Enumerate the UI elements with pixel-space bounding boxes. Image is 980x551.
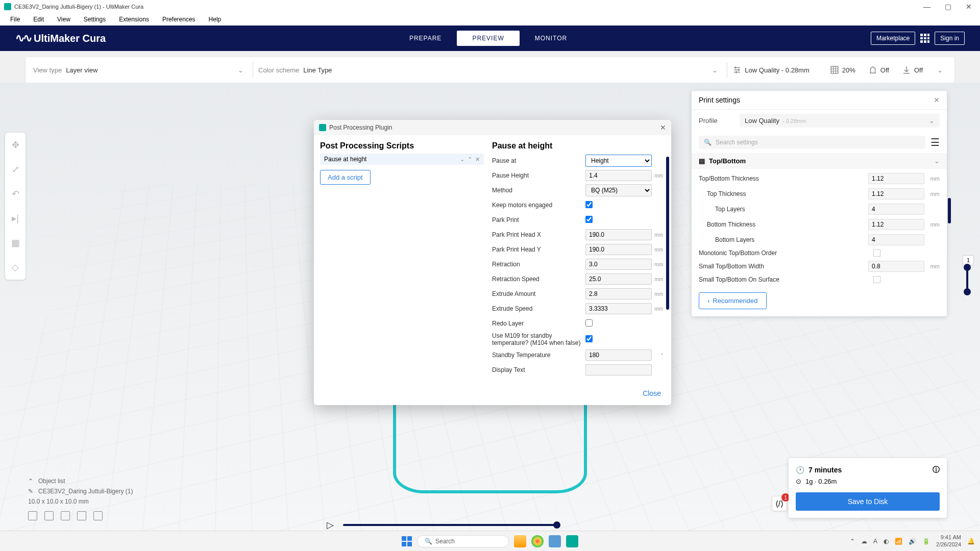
script-down-icon[interactable]: ⌄ [460,156,464,163]
support-tool-icon[interactable]: ◇ [5,255,26,280]
taskbar-cura-icon[interactable] [566,535,578,547]
close-window-button[interactable]: ✕ [962,3,976,11]
undo-icon[interactable]: ↶ [5,182,26,206]
setting-checkbox[interactable] [873,249,880,257]
maximize-button[interactable]: ▢ [941,3,955,11]
script-up-icon[interactable]: ⌃ [468,156,472,163]
method-select[interactable]: BQ (M25) [585,184,652,196]
script-item[interactable]: Pause at height ⌄ ⌃ ✕ [320,154,484,165]
add-script-button[interactable]: Add a script [320,170,371,185]
setting-input[interactable] [868,188,924,199]
setting-input[interactable] [868,234,924,245]
adhesion-summary[interactable]: Off [902,65,923,74]
support-summary[interactable]: Off [868,65,889,74]
hamburger-icon[interactable]: ☰ [930,136,940,148]
apps-grid-icon[interactable] [920,34,929,43]
taskbar-app-1[interactable] [514,535,526,547]
section-top-bottom[interactable]: ▤ Top/Bottom ⌄ [692,153,947,169]
dialog-scrollbar[interactable] [666,157,669,310]
dialog-close-button[interactable]: Close [643,389,661,397]
simulation-handle[interactable] [553,521,560,529]
setting-checkbox[interactable] [873,276,880,283]
object-list-label[interactable]: Object list [38,478,65,485]
menu-settings[interactable]: Settings [78,14,112,25]
retraction-speed-input[interactable] [585,273,652,285]
setting-input[interactable] [868,204,924,215]
panel-close-icon[interactable]: ✕ [934,96,940,104]
tray-cloud-icon[interactable]: ☁ [861,538,867,545]
display-text-input[interactable] [585,364,652,375]
menu-edit[interactable]: Edit [27,14,50,25]
object-name[interactable]: CE3E3V2_Daring Juttuli-Bigery (1) [38,488,133,495]
minimize-button[interactable]: — [919,3,935,11]
colorscheme-chevron-icon[interactable]: ⌄ [708,66,722,74]
chevron-up-icon[interactable]: ⌃ [28,478,33,485]
tray-lang-icon[interactable]: A [873,538,877,545]
tray-volume-icon[interactable]: 🔊 [909,538,916,545]
extrude-speed-input[interactable] [585,303,652,314]
setting-input[interactable] [868,261,924,272]
park-x-input[interactable] [585,229,652,240]
tray-wifi-icon[interactable]: 📶 [895,538,902,545]
menu-extensions[interactable]: Extensions [113,14,155,25]
layer-slider-handle-bottom[interactable] [964,288,971,295]
taskbar-clock[interactable]: 9:41 AM 2/26/2024 [936,534,961,547]
park-y-input[interactable] [585,244,652,255]
setting-input[interactable] [868,219,924,230]
tab-prepare[interactable]: PREPARE [394,31,457,46]
post-processing-indicator[interactable]: ⟨/⟩ 1 [772,496,787,511]
panel-scrollbar[interactable] [948,198,951,223]
recommended-button[interactable]: ‹Recommended [699,292,767,309]
redo-layer-checkbox[interactable] [585,319,593,327]
play-tool-icon[interactable]: ▸| [5,206,26,231]
save-to-disk-button[interactable]: Save to Disk [796,492,940,511]
tab-monitor[interactable]: MONITOR [520,31,582,46]
settings-chevron-icon[interactable]: ⌄ [933,66,947,74]
dialog-close-icon[interactable]: ✕ [660,123,666,132]
pencil-icon[interactable]: ✎ [28,488,33,495]
standby-temp-input[interactable] [585,349,652,361]
viewtype-value[interactable]: Layer view [66,66,97,74]
script-remove-icon[interactable]: ✕ [475,156,480,163]
tray-power-icon[interactable]: ◐ [884,538,889,545]
layer-slider-handle-top[interactable] [964,264,971,271]
colorscheme-value[interactable]: Line Type [303,66,332,74]
view-left-icon[interactable] [77,511,86,520]
keep-motors-checkbox[interactable] [585,201,593,208]
menu-preferences[interactable]: Preferences [156,14,202,25]
view-top-icon[interactable] [61,511,70,520]
view-3d-icon[interactable] [28,511,37,520]
m109-checkbox[interactable] [585,335,593,342]
tray-chevron-icon[interactable]: ⌃ [850,538,855,545]
view-front-icon[interactable] [44,511,54,520]
menu-help[interactable]: Help [203,14,228,25]
mesh-tool-icon[interactable]: ▦ [5,231,26,255]
info-icon[interactable]: ⓘ [933,465,940,474]
menu-view[interactable]: View [51,14,77,25]
tab-preview[interactable]: PREVIEW [457,31,519,46]
viewtype-chevron-icon[interactable]: ⌄ [234,66,248,74]
quality-summary[interactable]: Low Quality - 0.28mm [732,65,809,74]
setting-input[interactable] [868,173,924,184]
infill-summary[interactable]: 20% [830,65,855,74]
settings-search[interactable]: 🔍 Search settings [699,136,925,149]
marketplace-button[interactable]: Marketplace [871,32,915,45]
play-icon[interactable]: ▷ [327,519,334,531]
taskbar-search[interactable]: 🔍Search [417,535,509,547]
layer-slider[interactable] [965,265,970,294]
scale-tool-icon[interactable]: ⤢ [5,157,26,182]
move-tool-icon[interactable]: ✥ [5,133,26,157]
menu-file[interactable]: File [4,14,26,25]
taskbar-explorer-icon[interactable] [549,535,561,547]
pause-height-input[interactable] [585,170,652,181]
simulation-slider[interactable] [343,524,557,526]
tray-notifications-icon[interactable]: 🔔 [967,538,975,545]
view-right-icon[interactable] [93,511,103,520]
park-print-checkbox[interactable] [585,216,593,223]
extrude-amount-input[interactable] [585,288,652,299]
pause-at-select[interactable]: Height [585,155,652,167]
taskbar-chrome-icon[interactable] [531,535,544,547]
windows-start-icon[interactable] [402,536,412,546]
retraction-input[interactable] [585,259,652,270]
profile-select[interactable]: Low Quality - 0.28mm ⌄ [740,114,940,128]
